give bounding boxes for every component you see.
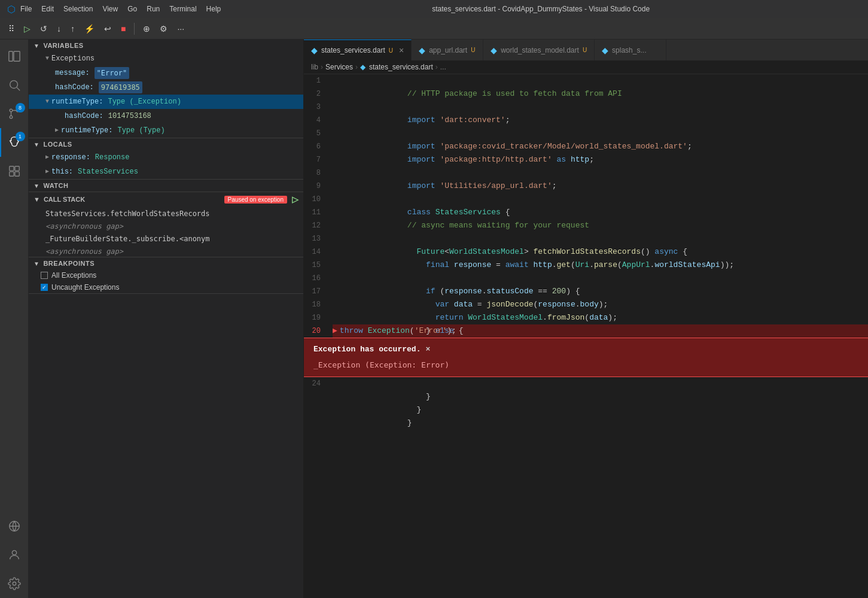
bp-uncaught-exceptions[interactable]: ✓ Uncaught Exceptions bbox=[29, 281, 303, 293]
var-nested-runtimetype[interactable]: ▶ runtimeType: Type (Type) bbox=[29, 123, 303, 138]
variables-chevron: ▼ bbox=[33, 43, 39, 49]
tab-close-states[interactable]: × bbox=[399, 45, 404, 55]
activity-explorer[interactable] bbox=[0, 42, 29, 71]
activity-extensions[interactable] bbox=[0, 157, 29, 186]
tab-modified-states: U bbox=[389, 47, 393, 54]
tab-label-states: states_services.dart bbox=[321, 46, 385, 54]
var-hashcode-value: 974619385 bbox=[99, 81, 142, 93]
var-nested-hashcode[interactable]: hashCode: 1014753168 bbox=[29, 109, 303, 123]
var-runtimetype[interactable]: ▼ runtimeType: Type (_Exception) bbox=[29, 95, 303, 109]
menu-bar[interactable]: File Edit Selection View Go Run Terminal… bbox=[20, 5, 221, 13]
exception-title: Exception has occurred. bbox=[313, 343, 421, 356]
menu-edit[interactable]: Edit bbox=[41, 5, 54, 13]
menu-help[interactable]: Help bbox=[206, 5, 221, 13]
locals-header[interactable]: ▼ Locals bbox=[29, 138, 303, 150]
var-nested-runtimetype-value: Type (Type) bbox=[117, 125, 165, 136]
menu-file[interactable]: File bbox=[20, 5, 32, 13]
tab-label-appurl: app_url.dart bbox=[429, 46, 467, 54]
local-this-value: StatesServices bbox=[78, 166, 138, 178]
bp-all-label: All Exceptions bbox=[51, 271, 96, 280]
callstack-item-1[interactable]: _FutureBuilderState._subscribe.<anonym bbox=[29, 232, 303, 246]
exceptions-group[interactable]: ▼ Exceptions bbox=[29, 51, 303, 66]
tab-icon-splash: ◆ bbox=[602, 45, 608, 55]
code-line-8: import 'Utilities/app_url.dart'; bbox=[333, 166, 868, 180]
debug-toolbar: ⠿ ▷ ↺ ↓ ↑ ⚡ ↩ ■ ⊕ ⚙ ··· bbox=[0, 18, 868, 40]
watch-section: ▼ WATCH bbox=[29, 180, 303, 192]
code-line-20: ▶ throw Exception('Error'); bbox=[333, 324, 868, 338]
tab-label-worldstates: world_states_model.dart bbox=[501, 46, 579, 54]
bp-uncaught-label: Uncaught Exceptions bbox=[51, 283, 119, 292]
var-nested-hashcode-value: 1014753168 bbox=[108, 110, 151, 122]
callstack-async-1: <asynchronous gap> bbox=[29, 246, 303, 257]
bp-uncaught-checkbox[interactable]: ✓ bbox=[41, 284, 48, 291]
callstack-item-0[interactable]: StatesServices.fetchWorldStatesRecords bbox=[29, 207, 303, 221]
editor-area: ◆ states_services.dart U × ◆ app_url.dar… bbox=[304, 40, 868, 598]
bp-all-checkbox[interactable] bbox=[41, 272, 48, 279]
exception-message: _Exception (Exception: Error) bbox=[313, 359, 858, 372]
breakpoints-label: BREAKPOINTS bbox=[43, 260, 95, 267]
toolbar-step-into[interactable]: ↑ bbox=[67, 22, 78, 36]
menu-view[interactable]: View bbox=[102, 5, 118, 13]
toolbar-settings[interactable]: ⚙ bbox=[156, 22, 171, 36]
this-expand-icon: ▶ bbox=[45, 166, 49, 178]
toolbar-continue[interactable]: ▷ bbox=[20, 22, 34, 36]
tab-world-states[interactable]: ◆ world_states_model.dart U bbox=[483, 40, 595, 60]
menu-run[interactable]: Run bbox=[147, 5, 160, 13]
tab-modified-worldstates: U bbox=[583, 47, 587, 53]
toolbar-step-over[interactable]: ↓ bbox=[53, 22, 65, 36]
activity-bar: 8 1 bbox=[0, 40, 29, 598]
activity-debug[interactable]: 1 bbox=[0, 128, 29, 157]
toolbar-step-back[interactable]: ↩ bbox=[100, 22, 115, 36]
svg-point-4 bbox=[10, 109, 13, 112]
local-response[interactable]: ▶ response: Response bbox=[29, 150, 303, 165]
menu-terminal[interactable]: Terminal bbox=[169, 5, 196, 13]
watch-header[interactable]: ▼ WATCH bbox=[29, 180, 303, 192]
toolbar-more[interactable]: ··· bbox=[173, 22, 188, 36]
local-response-value: Response bbox=[95, 151, 130, 163]
local-this[interactable]: ▶ this: StatesServices bbox=[29, 165, 303, 179]
activity-account[interactable] bbox=[0, 541, 29, 569]
activity-remote[interactable] bbox=[0, 512, 29, 541]
callstack-async-0: <asynchronous gap> bbox=[29, 221, 303, 232]
activity-settings[interactable] bbox=[0, 569, 29, 598]
tab-splash[interactable]: ◆ splash_s... bbox=[595, 40, 666, 60]
exception-popup: Exception has occurred. × _Exception (Ex… bbox=[304, 338, 868, 377]
code-editor[interactable]: 1 2 3 4 5 6 7 8 9 10 11 12 13 14 15 16 1 bbox=[304, 74, 868, 598]
menu-go[interactable]: Go bbox=[127, 5, 137, 13]
code-lines: // HTTP package is used to fetch data fr… bbox=[328, 74, 868, 430]
breadcrumb-lib[interactable]: lib bbox=[311, 63, 318, 71]
callstack-header[interactable]: ▼ CALL STACK Paused on exception ▷ bbox=[29, 192, 303, 207]
callstack-chevron: ▼ bbox=[33, 196, 40, 203]
code-line-10: class StatesServices { bbox=[333, 193, 868, 206]
breadcrumb-more[interactable]: ... bbox=[440, 63, 446, 71]
tab-states-services[interactable]: ◆ states_services.dart U × bbox=[304, 40, 412, 60]
bp-all-exceptions[interactable]: All Exceptions bbox=[29, 269, 303, 281]
toolbar-restart[interactable]: ↺ bbox=[36, 22, 51, 36]
svg-point-14 bbox=[12, 551, 16, 555]
activity-search[interactable] bbox=[0, 71, 29, 99]
locals-chevron: ▼ bbox=[33, 141, 39, 148]
toolbar-stop[interactable]: ■ bbox=[117, 22, 129, 36]
breadcrumb-services[interactable]: Services bbox=[325, 63, 353, 71]
locals-label: Locals bbox=[43, 141, 72, 148]
svg-rect-0 bbox=[8, 51, 12, 62]
menu-selection[interactable]: Selection bbox=[63, 5, 93, 13]
svg-point-6 bbox=[10, 116, 13, 119]
callstack-play-icon[interactable]: ▷ bbox=[292, 195, 299, 204]
breakpoints-header[interactable]: ▼ BREAKPOINTS bbox=[29, 257, 303, 269]
tab-app-url[interactable]: ◆ app_url.dart U bbox=[412, 40, 483, 60]
code-line-13: Future<WorldStatesModel> fetchWorldState… bbox=[333, 232, 868, 245]
toolbar-step-out[interactable]: ⚡ bbox=[81, 22, 98, 36]
activity-git[interactable]: 8 bbox=[0, 99, 29, 128]
breadcrumb-file[interactable]: states_services.dart bbox=[369, 63, 433, 71]
toolbar-search[interactable]: ⊕ bbox=[139, 22, 154, 36]
exception-close-button[interactable]: × bbox=[425, 343, 430, 356]
callstack-label: CALL STACK bbox=[44, 196, 85, 203]
code-line-24 bbox=[333, 417, 868, 430]
breakpoints-chevron: ▼ bbox=[33, 260, 39, 267]
toolbar-grip[interactable]: ⠿ bbox=[5, 22, 18, 36]
var-hashcode[interactable]: hashCode: 974619385 bbox=[29, 80, 303, 95]
title-bar: ⬡ File Edit Selection View Go Run Termin… bbox=[0, 0, 868, 18]
variables-header[interactable]: ▼ VARIABLES bbox=[29, 40, 303, 51]
var-message[interactable]: message: "Error" bbox=[29, 66, 303, 80]
